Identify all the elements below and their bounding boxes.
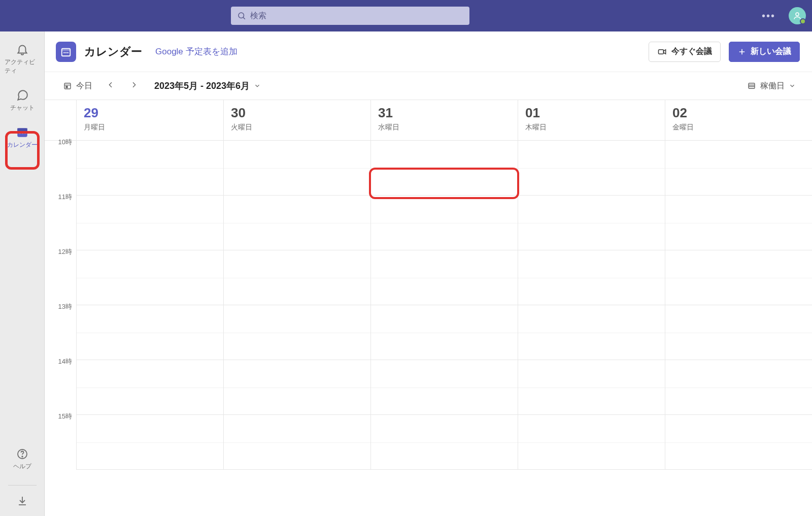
time-slot[interactable]	[76, 305, 223, 360]
rail-chat-label: チャット	[10, 104, 35, 112]
time-slot[interactable]	[370, 141, 518, 196]
rail-calendar[interactable]: カレンダー	[5, 121, 40, 154]
calendar-icon	[16, 125, 29, 139]
svg-point-12	[63, 52, 65, 53]
next-week-button[interactable]	[125, 78, 143, 94]
titlebar: •••	[0, 0, 812, 31]
svg-rect-5	[19, 133, 20, 134]
svg-point-14	[67, 52, 69, 53]
time-slot[interactable]	[665, 360, 812, 415]
time-slot[interactable]	[370, 305, 518, 360]
svg-rect-17	[66, 86, 67, 88]
time-slot[interactable]	[76, 141, 223, 196]
day-header[interactable]: 01木曜日	[518, 100, 665, 141]
day-header[interactable]: 30火曜日	[223, 100, 370, 141]
time-slot[interactable]	[76, 250, 223, 305]
time-slot[interactable]	[370, 250, 518, 305]
day-header[interactable]: 31水曜日	[370, 100, 518, 141]
time-slot[interactable]	[76, 360, 223, 415]
time-slot[interactable]	[518, 196, 665, 250]
day-number: 01	[525, 105, 658, 121]
today-button[interactable]: 今日	[59, 78, 96, 94]
app-rail: アクティビティ チャット カレンダー ヘルプ	[0, 31, 45, 516]
time-slot[interactable]	[223, 360, 370, 415]
chevron-down-icon	[789, 82, 796, 89]
day-of-week: 火曜日	[231, 123, 363, 132]
search-box[interactable]	[231, 7, 469, 25]
new-meeting-button[interactable]: 新しい会議	[729, 42, 800, 62]
time-slot[interactable]	[518, 141, 665, 196]
time-slot[interactable]	[518, 360, 665, 415]
time-slot[interactable]	[665, 141, 812, 196]
titlebar-right: •••	[758, 7, 806, 25]
svg-point-2	[796, 13, 799, 16]
time-slot[interactable]	[370, 196, 518, 250]
svg-rect-15	[659, 49, 664, 53]
more-button[interactable]: •••	[758, 7, 780, 25]
time-slot[interactable]	[518, 305, 665, 360]
time-slot[interactable]	[223, 250, 370, 305]
page-title: カレンダー	[84, 44, 142, 59]
calendar-grid: 29月曜日30火曜日31水曜日01木曜日02金曜日10時11時12時13時14時…	[45, 100, 812, 516]
time-slot[interactable]	[665, 415, 812, 470]
day-header[interactable]: 29月曜日	[76, 100, 223, 141]
date-range-picker[interactable]: 2023年5月 - 2023年6月	[154, 80, 261, 92]
meet-now-button[interactable]: 今すぐ会議	[649, 42, 721, 62]
add-google-calendar-link[interactable]: Google 予定表を追加	[155, 46, 238, 57]
rail-help[interactable]: ヘルプ	[5, 444, 40, 476]
rail-calendar-label: カレンダー	[7, 141, 38, 149]
day-number: 02	[672, 105, 805, 121]
video-icon	[657, 47, 667, 57]
time-gutter: 14時	[45, 360, 76, 415]
day-of-week: 月曜日	[84, 123, 216, 132]
svg-rect-7	[24, 133, 25, 134]
day-number: 30	[231, 105, 363, 121]
list-icon	[747, 81, 756, 90]
time-slot[interactable]	[518, 250, 665, 305]
rail-activity[interactable]: アクティビティ	[5, 39, 40, 80]
svg-point-13	[65, 52, 67, 53]
rail-chat[interactable]: チャット	[5, 84, 40, 117]
view-label: 稼働日	[760, 81, 785, 91]
time-slot[interactable]	[370, 360, 518, 415]
chevron-left-icon	[107, 81, 115, 89]
time-label: 11時	[58, 193, 72, 201]
time-gutter: 15時	[45, 415, 76, 470]
presence-indicator	[800, 18, 806, 24]
svg-rect-6	[21, 133, 23, 134]
time-slot[interactable]	[665, 250, 812, 305]
time-slot[interactable]	[665, 305, 812, 360]
time-slot[interactable]	[518, 415, 665, 470]
prev-week-button[interactable]	[101, 78, 120, 94]
chevron-down-icon	[254, 82, 261, 89]
time-gutter: 11時	[45, 196, 76, 250]
new-meeting-label: 新しい会議	[751, 46, 791, 57]
search-input[interactable]	[250, 11, 463, 20]
chat-icon	[16, 88, 29, 102]
time-slot[interactable]	[76, 196, 223, 250]
main: カレンダー Google 予定表を追加 今すぐ会議 新しい会議	[45, 31, 812, 516]
rail-download[interactable]	[5, 491, 40, 507]
view-switcher[interactable]: 稼働日	[743, 78, 800, 94]
svg-point-0	[239, 13, 244, 18]
time-slot[interactable]	[370, 415, 518, 470]
calendar-toolbar: 今日 2023年5月 - 2023年6月 稼働日	[45, 72, 812, 100]
time-slot[interactable]	[223, 141, 370, 196]
rail-activity-label: アクティビティ	[5, 58, 40, 75]
time-gutter: 10時	[45, 141, 76, 196]
time-gutter-header	[45, 100, 76, 141]
avatar[interactable]	[789, 7, 806, 24]
time-slot[interactable]	[76, 415, 223, 470]
time-slot[interactable]	[665, 196, 812, 250]
svg-point-9	[22, 456, 23, 457]
calendar-badge-icon	[60, 46, 72, 57]
time-slot[interactable]	[223, 305, 370, 360]
download-icon	[16, 495, 28, 507]
day-header[interactable]: 02金曜日	[665, 100, 812, 141]
bell-icon	[16, 43, 29, 56]
time-gutter: 13時	[45, 305, 76, 360]
time-slot[interactable]	[223, 415, 370, 470]
time-label: 10時	[58, 138, 72, 146]
time-slot[interactable]	[223, 196, 370, 250]
time-label: 13時	[58, 303, 72, 310]
